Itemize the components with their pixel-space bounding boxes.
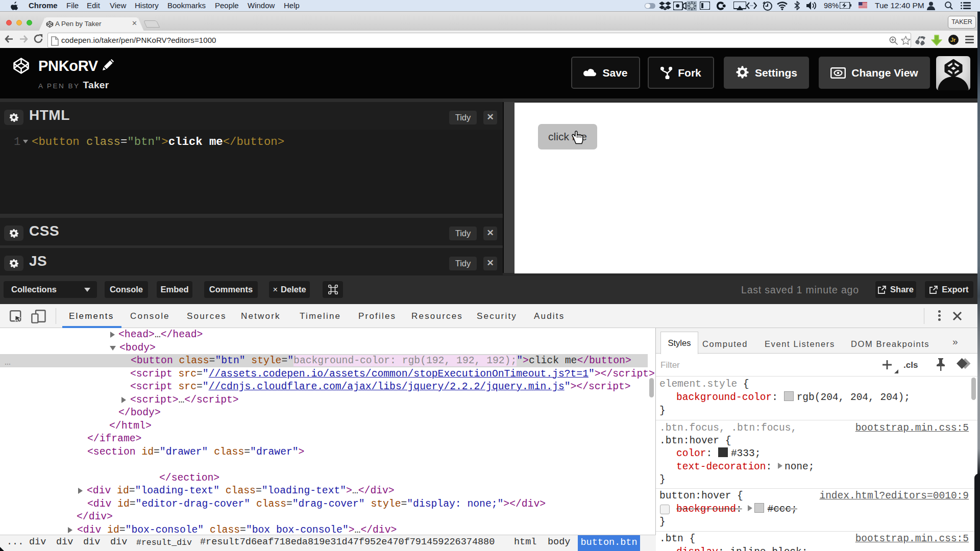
svg-text:Jr: Jr	[950, 37, 956, 43]
